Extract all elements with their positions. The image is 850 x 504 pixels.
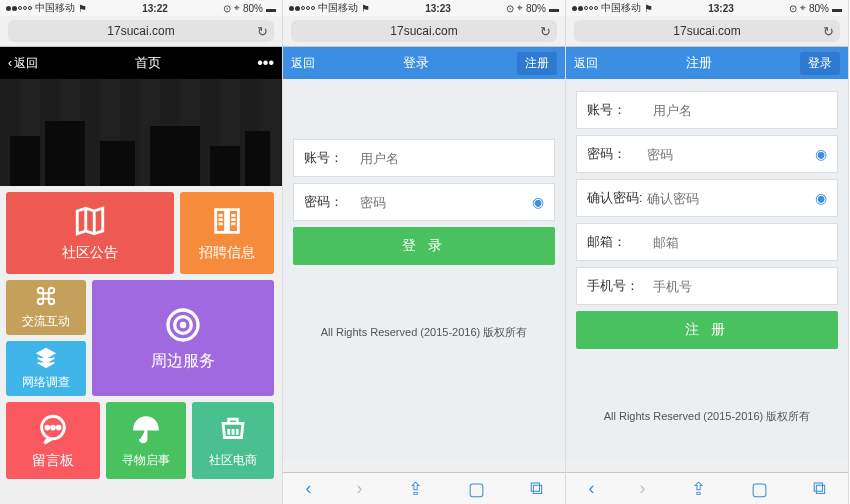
status-time: 13:23 [708, 3, 734, 14]
map-icon [73, 204, 107, 238]
alarm-icon: ⊙ [789, 3, 797, 14]
refresh-icon[interactable]: ↻ [257, 24, 268, 39]
share-icon[interactable]: ⇪ [408, 478, 423, 500]
email-input[interactable] [653, 235, 827, 250]
account-input[interactable] [653, 103, 827, 118]
register-form: 账号： 密码： ◉ 确认密码: ◉ 邮箱： 手机号： 注 册 [566, 79, 848, 459]
password-input[interactable] [360, 195, 532, 210]
app-nav-bar: ‹返回 首页 ••• [0, 47, 282, 79]
back-button[interactable]: ‹返回 [8, 55, 38, 72]
alarm-icon: ⊙ [506, 3, 514, 14]
back-icon[interactable]: ‹ [306, 478, 312, 499]
bookmarks-icon[interactable]: ▢ [468, 478, 485, 500]
eye-icon[interactable]: ◉ [815, 190, 827, 206]
eye-icon[interactable]: ◉ [815, 146, 827, 162]
svg-point-2 [181, 323, 184, 326]
more-button[interactable]: ••• [257, 54, 274, 72]
eye-icon[interactable]: ◉ [532, 194, 544, 210]
bookmarks-icon[interactable]: ▢ [751, 478, 768, 500]
bluetooth-icon: ⌖ [517, 2, 523, 14]
phone-row[interactable]: 手机号： [576, 267, 838, 305]
email-row[interactable]: 邮箱： [576, 223, 838, 261]
bluetooth-icon: ⌖ [234, 2, 240, 14]
cart-icon [216, 412, 250, 446]
tile-survey[interactable]: 网络调查 [6, 341, 86, 396]
tile-board[interactable]: 留言板 [6, 402, 100, 479]
password-row[interactable]: 密码： ◉ [576, 135, 838, 173]
wifi-icon: ⚑ [644, 3, 653, 14]
bluetooth-icon: ⌖ [800, 2, 806, 14]
svg-point-5 [52, 426, 55, 429]
status-time: 13:23 [425, 3, 451, 14]
back-button[interactable]: 返回 [574, 55, 598, 72]
status-time: 13:22 [142, 3, 168, 14]
confirm-password-input[interactable] [647, 191, 815, 206]
carrier-label: 中国移动 [35, 1, 75, 15]
tabs-icon[interactable]: ⧉ [813, 478, 826, 499]
book-icon [210, 204, 244, 238]
account-row[interactable]: 账号： [293, 139, 555, 177]
tile-interact[interactable]: 交流互动 [6, 280, 86, 335]
forward-icon: › [357, 478, 363, 499]
tile-lost[interactable]: 寻物启事 [106, 402, 186, 479]
login-button[interactable]: 登录 [800, 52, 840, 75]
tile-nearby[interactable]: 周边服务 [92, 280, 274, 396]
page-title: 登录 [315, 54, 517, 72]
tile-announce[interactable]: 社区公告 [6, 192, 174, 274]
login-form: 账号： 密码： ◉ 登 录 All Rights Reserved (2015-… [283, 79, 565, 459]
account-label: 账号： [304, 149, 360, 167]
command-icon [35, 285, 57, 307]
app-nav-bar: 返回 登录 注册 [283, 47, 565, 79]
browser-url-bar[interactable]: 17sucai.com↻ [566, 16, 848, 47]
safari-toolbar: ‹ › ⇪ ▢ ⧉ [566, 472, 848, 504]
browser-url-bar[interactable]: 17sucai.com↻ [283, 16, 565, 47]
back-icon[interactable]: ‹ [589, 478, 595, 499]
footer-copyright: All Rights Reserved (2015-2016) 版权所有 [576, 409, 838, 424]
password-label: 密码： [304, 193, 360, 211]
battery-percent: 80% [243, 3, 263, 14]
register-button[interactable]: 注册 [517, 52, 557, 75]
wifi-icon: ⚑ [361, 3, 370, 14]
layers-icon [35, 346, 57, 368]
status-bar: 中国移动⚑ 13:23 ⊙⌖80%▬ [566, 0, 848, 16]
safari-toolbar: ‹ › ⇪ ▢ ⧉ [283, 472, 565, 504]
phone-input[interactable] [653, 279, 827, 294]
app-nav-bar: 返回 注册 登录 [566, 47, 848, 79]
refresh-icon[interactable]: ↻ [540, 24, 551, 39]
confirm-password-row[interactable]: 确认密码: ◉ [576, 179, 838, 217]
account-row[interactable]: 账号： [576, 91, 838, 129]
tile-grid: 社区公告 招聘信息 交流互动 网络调查 周边服务 [0, 186, 282, 485]
page-title: 首页 [38, 54, 257, 72]
back-button[interactable]: 返回 [291, 55, 315, 72]
account-input[interactable] [360, 151, 544, 166]
status-bar: 中国移动⚑ 13:23 ⊙⌖80%▬ [283, 0, 565, 16]
tile-shop[interactable]: 社区电商 [192, 402, 274, 479]
svg-point-6 [57, 426, 60, 429]
password-row[interactable]: 密码： ◉ [293, 183, 555, 221]
footer-copyright: All Rights Reserved (2015-2016) 版权所有 [293, 325, 555, 340]
share-icon[interactable]: ⇪ [691, 478, 706, 500]
register-button[interactable]: 注 册 [576, 311, 838, 349]
login-button[interactable]: 登 录 [293, 227, 555, 265]
battery-icon: ▬ [549, 3, 559, 14]
browser-url-bar[interactable]: 17sucai.com ↻ [0, 16, 282, 47]
tile-recruit[interactable]: 招聘信息 [180, 192, 274, 274]
url-text: 17sucai.com [107, 24, 174, 38]
page-title: 注册 [598, 54, 800, 72]
forward-icon: › [640, 478, 646, 499]
password-input[interactable] [647, 147, 815, 162]
wifi-icon: ⚑ [78, 3, 87, 14]
battery-icon: ▬ [832, 3, 842, 14]
chat-icon [36, 412, 70, 446]
tabs-icon[interactable]: ⧉ [530, 478, 543, 499]
target-icon [163, 305, 203, 345]
umbrella-icon [129, 412, 163, 446]
svg-point-4 [46, 426, 49, 429]
status-bar: 中国移动 ⚑ 13:22 ⊙ ⌖ 80% ▬ [0, 0, 282, 16]
refresh-icon[interactable]: ↻ [823, 24, 834, 39]
alarm-icon: ⊙ [223, 3, 231, 14]
battery-icon: ▬ [266, 3, 276, 14]
hero-image [0, 79, 282, 186]
